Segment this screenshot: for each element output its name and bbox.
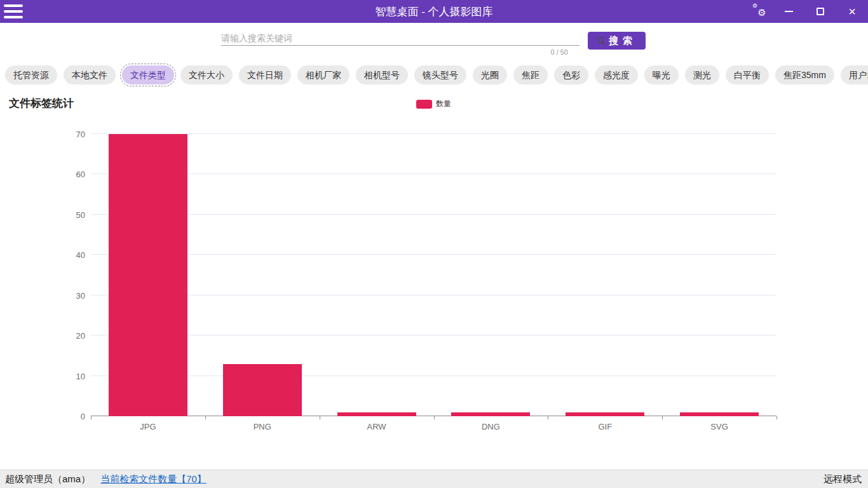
- y-axis-tick-label: 10: [76, 371, 85, 381]
- bar-gif[interactable]: [566, 412, 644, 416]
- titlebar: 智慧桌面 - 个人摄影图库 ⚙ ⚙ ×: [0, 0, 868, 23]
- filter-chip[interactable]: 文件大小: [180, 65, 233, 85]
- search-input[interactable]: [221, 30, 580, 46]
- filter-chip[interactable]: 色彩: [554, 65, 588, 85]
- filter-chip[interactable]: 感光度: [595, 65, 638, 85]
- search-button[interactable]: 搜索: [588, 32, 646, 50]
- x-axis-tick: [776, 416, 777, 419]
- settings-gears-icon[interactable]: ⚙ ⚙: [747, 0, 773, 23]
- char-counter: 0 / 50: [221, 48, 580, 56]
- current-user-label: 超级管理员（ama）: [5, 473, 90, 485]
- legend-item[interactable]: 数量: [416, 98, 451, 109]
- y-axis-tick-label: 70: [76, 130, 85, 139]
- x-axis-category-label: ARW: [367, 422, 386, 431]
- filter-chip-row: 托管资源本地文件文件类型文件大小文件日期相机厂家相机型号镜头型号光圈焦距色彩感光…: [5, 65, 868, 85]
- bar-dng[interactable]: [451, 412, 530, 416]
- filter-chip[interactable]: 文件类型: [122, 65, 174, 85]
- y-axis-tick-label: 50: [76, 210, 85, 219]
- filter-chip[interactable]: 镜头型号: [414, 65, 466, 85]
- y-axis-tick-label: 0: [81, 412, 85, 421]
- legend-label: 数量: [436, 98, 451, 109]
- gridline: [91, 376, 776, 376]
- gridline: [91, 335, 776, 336]
- filter-chip[interactable]: 白平衡: [726, 65, 769, 85]
- x-axis-tick: [320, 416, 320, 419]
- x-axis-tick: [548, 416, 548, 419]
- filter-chip[interactable]: 焦距: [513, 65, 548, 85]
- maximize-button[interactable]: [804, 0, 836, 23]
- x-axis-category-label: SVG: [710, 422, 728, 431]
- y-axis-tick-label: 40: [76, 250, 85, 260]
- app-window: 智慧桌面 - 个人摄影图库 ⚙ ⚙ × 0 / 50 搜索 托管资源本地文件文件…: [0, 0, 868, 488]
- filter-chip[interactable]: 托管资源: [5, 65, 57, 85]
- legend-swatch: [416, 100, 432, 109]
- filter-chip[interactable]: 用户自定义: [841, 65, 868, 85]
- search-icon: [597, 36, 606, 45]
- filter-chip[interactable]: 相机厂家: [297, 65, 349, 85]
- x-axis-tick: [662, 416, 663, 419]
- gridline: [91, 295, 776, 295]
- search-area: 0 / 50: [221, 30, 580, 56]
- bar-svg[interactable]: [680, 412, 759, 416]
- x-axis-tick: [91, 416, 92, 419]
- x-axis-category-label: PNG: [254, 422, 271, 431]
- x-axis-tick: [434, 416, 435, 419]
- filter-chip[interactable]: 文件日期: [239, 65, 291, 85]
- bar-jpg[interactable]: [109, 134, 187, 416]
- window-controls: ⚙ ⚙ ×: [747, 0, 868, 23]
- x-axis-category-label: GIF: [598, 422, 612, 431]
- filter-chip[interactable]: 相机型号: [356, 65, 408, 85]
- gridline: [91, 133, 776, 134]
- bar-png[interactable]: [223, 364, 302, 416]
- x-axis-category-label: DNG: [482, 422, 500, 431]
- search-result-count-link[interactable]: 当前检索文件数量【70】: [100, 473, 207, 485]
- x-axis-tick: [205, 416, 206, 419]
- filter-chip[interactable]: 测光: [685, 65, 719, 85]
- remote-mode-label: 远程模式: [824, 473, 868, 485]
- filter-chip[interactable]: 焦距35mm: [775, 65, 834, 85]
- gridline: [91, 254, 776, 255]
- search-button-label: 搜索: [609, 35, 637, 47]
- plot-area: 010203040506070JPGPNGARWDNGGIFSVG: [91, 134, 776, 416]
- x-axis-category-label: JPG: [140, 422, 156, 431]
- filter-chip[interactable]: 本地文件: [64, 65, 116, 85]
- window-title: 智慧桌面 - 个人摄影图库: [0, 4, 868, 19]
- filter-chip[interactable]: 曝光: [644, 65, 679, 85]
- gridline: [91, 214, 776, 215]
- chart-title: 文件标签统计: [9, 96, 74, 111]
- filter-chip[interactable]: 光圈: [473, 65, 507, 85]
- menu-icon[interactable]: [4, 4, 23, 18]
- bar-arw[interactable]: [337, 412, 416, 416]
- y-axis-tick-label: 20: [76, 331, 85, 341]
- close-button[interactable]: ×: [836, 0, 868, 23]
- minimize-button[interactable]: [773, 0, 804, 23]
- y-axis-tick-label: 30: [76, 290, 85, 300]
- gridline: [91, 173, 776, 174]
- statusbar: 超级管理员（ama） 当前检索文件数量【70】 远程模式: [0, 470, 868, 488]
- y-axis-tick-label: 60: [76, 170, 85, 179]
